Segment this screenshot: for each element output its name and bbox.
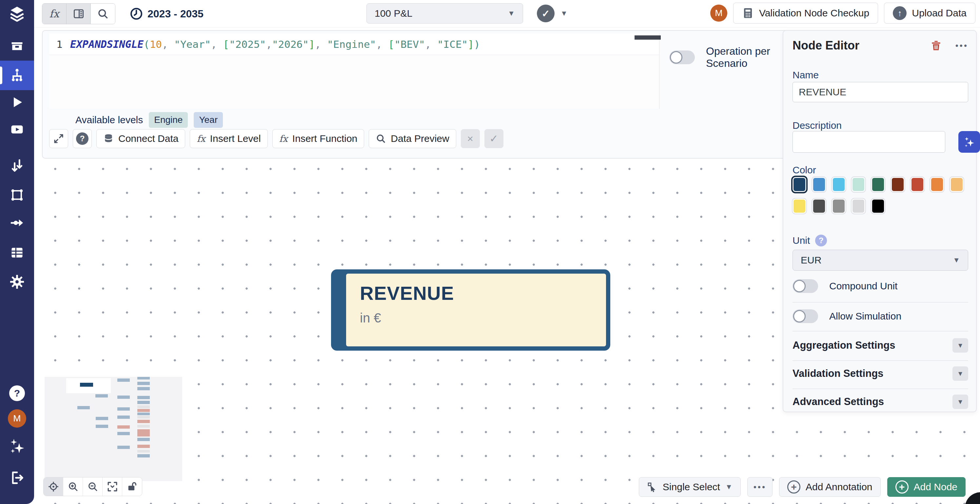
status-check-button[interactable]: ✓ [537,5,555,22]
add-node-button[interactable]: + Add Node [887,477,966,497]
color-swatch[interactable] [871,177,885,192]
panel-view-button[interactable] [67,3,91,24]
color-swatch[interactable] [910,177,924,192]
discard-formula-button[interactable]: × [461,129,480,148]
fit-view-button[interactable] [103,477,122,496]
sidebar-item-settings-gear-icon[interactable] [0,273,34,291]
lock-canvas-button[interactable] [122,477,142,496]
aggregation-settings-section[interactable]: Aggregation Settings ▼ [792,338,968,353]
color-swatch[interactable] [930,177,944,192]
validation-node-checkup-button[interactable]: Validation Node Checkup [733,3,878,24]
color-swatch[interactable] [851,199,865,214]
minimap-bar [137,396,150,399]
app-root: ? M fx 2023 - 2035 100 P&L ▼ [0,0,980,504]
center-view-button[interactable] [44,477,63,496]
sidebar-item-play-icon[interactable] [0,93,34,111]
data-preview-button[interactable]: Data Preview [369,129,456,148]
operation-per-scenario-toggle[interactable] [669,51,695,64]
color-swatch[interactable] [812,199,826,214]
color-swatch[interactable] [851,177,865,192]
validation-settings-section[interactable]: Validation Settings ▼ [792,366,968,381]
color-swatch[interactable] [792,199,806,214]
calculator-icon [742,7,754,19]
expand-editor-button[interactable] [49,129,68,148]
editor-scrollbar-thumb[interactable] [635,35,661,40]
sidebar-item-table-icon[interactable] [0,243,34,262]
search-button[interactable] [91,3,115,24]
insert-level-button[interactable]: fx Insert Level [190,129,267,148]
zoom-out-button[interactable] [83,477,103,496]
unlock-icon [127,481,138,492]
description-label: Description [792,120,842,131]
sidebar-item-frame-icon[interactable] [0,186,34,204]
sidebar-ai-sparkles-icon[interactable] [0,437,34,455]
minimap[interactable] [45,377,182,481]
insert-function-button[interactable]: fx Insert Function [272,129,364,148]
add-annotation-button[interactable]: + Add Annotation [779,477,881,497]
unit-help-icon[interactable]: ? [815,235,827,246]
sidebar-item-video-icon[interactable] [0,120,34,138]
unit-select-dropdown[interactable]: EUR ▼ [792,250,968,271]
compound-unit-toggle[interactable] [792,279,818,293]
check-icon: ✓ [541,8,550,19]
chevron-down-icon[interactable]: ▼ [953,394,968,409]
formula-help-button[interactable]: ? [73,129,92,148]
sidebar-help-icon[interactable]: ? [0,384,34,402]
level-tag-year[interactable]: Year [194,112,223,128]
color-swatch[interactable] [832,199,846,214]
chevron-down-icon[interactable]: ▼ [953,338,968,353]
sidebar-item-model-hierarchy-icon[interactable] [0,66,34,84]
color-swatch[interactable] [950,177,964,192]
minimap-bar [117,425,130,429]
zoom-in-button[interactable] [63,477,83,496]
code-line-1[interactable]: 1 EXPANDSINGLE(10, "Year", ["2025","2026… [49,33,659,55]
section-title: Advanced Settings [792,396,884,408]
sidebar-item-import-export-icon[interactable] [0,156,34,175]
delete-node-trash-icon[interactable] [930,39,942,52]
model-select-dropdown[interactable]: 100 P&L ▼ [366,3,523,24]
allow-simulation-toggle[interactable] [792,309,818,323]
more-options-button[interactable]: ••• [747,477,773,497]
connect-data-button[interactable]: Connect Data [96,129,185,148]
level-tag-engine[interactable]: Engine [149,112,188,128]
name-input[interactable]: REVENUE [792,82,968,102]
canvas-node-revenue[interactable]: REVENUE in € [331,269,610,351]
minimap-bar [117,446,130,449]
formula-token: , [266,38,272,50]
sidebar-user-avatar[interactable]: M [0,409,34,428]
formula-token: "2026" [272,38,309,50]
check-icon: ✓ [489,132,498,145]
sidebar-item-archive-icon[interactable] [0,37,34,55]
node-editor-header: Node Editor ••• [792,39,968,52]
description-input[interactable] [792,131,945,153]
color-swatch[interactable] [812,177,826,192]
time-range[interactable]: 2023 - 2035 [130,0,204,27]
color-swatch[interactable] [832,177,846,192]
topbar-avatar[interactable]: M [710,5,727,22]
search-icon [375,134,386,144]
formula-token: , [315,38,327,50]
cursor-select-icon [647,482,657,492]
panel-more-menu-icon[interactable]: ••• [955,41,968,51]
select-mode-dropdown[interactable]: Single Select ▼ [639,477,741,497]
available-levels-row: Available levels Engine Year [75,112,223,128]
color-swatch[interactable] [871,199,885,214]
formula-editor-card: 1 EXPANDSINGLE(10, "Year", ["2025","2026… [42,30,813,159]
color-swatch[interactable] [891,177,905,192]
logout-icon[interactable] [0,469,34,487]
apply-formula-button[interactable]: ✓ [484,129,503,148]
database-icon [103,134,114,144]
formula-view-button[interactable]: fx [42,3,67,24]
formula-text[interactable]: EXPANDSINGLE(10, "Year", ["2025","2026"]… [70,38,480,50]
code-editor[interactable]: 1 EXPANDSINGLE(10, "Year", ["2025","2026… [49,33,659,109]
status-chevron-down-icon[interactable]: ▼ [560,9,568,18]
color-swatch[interactable] [792,177,806,192]
section-title: Aggregation Settings [792,340,895,351]
app-logo-layers-icon[interactable] [0,5,34,23]
ai-generate-description-button[interactable] [958,131,980,153]
advanced-settings-section[interactable]: Advanced Settings ▼ [792,394,968,409]
chevron-down-icon[interactable]: ▼ [953,366,968,381]
sidebar-item-flow-icon[interactable] [0,214,34,232]
upload-data-button[interactable]: ↑ Upload Data [884,3,975,24]
formula-token: "ICE" [437,38,468,50]
